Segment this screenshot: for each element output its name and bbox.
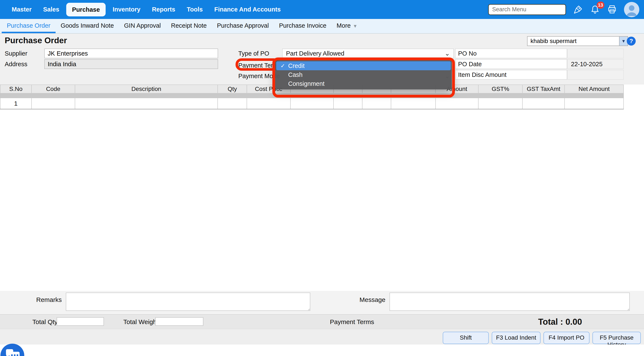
address-input bbox=[44, 59, 218, 69]
cell-cost-price[interactable] bbox=[247, 98, 291, 109]
supplier-label: Supplier bbox=[5, 48, 27, 58]
tab-purchase-approval[interactable]: Purchase Approval bbox=[212, 19, 274, 33]
message-label: Message bbox=[360, 296, 386, 304]
check-icon: ✓ bbox=[280, 62, 288, 69]
menu-option-label: Credit bbox=[288, 62, 304, 70]
type-of-po-value: Part Delivery Allowed bbox=[286, 50, 344, 57]
cell-hidden-3[interactable] bbox=[362, 98, 391, 109]
po-date-value: 22-10-2025 bbox=[567, 59, 624, 69]
table-filter-row bbox=[0, 93, 624, 98]
address-label: Address bbox=[5, 59, 27, 69]
col-gst-pct: GST% bbox=[478, 85, 522, 93]
cell-amount[interactable] bbox=[436, 98, 479, 109]
cell-code[interactable] bbox=[32, 98, 75, 109]
store-selector-input[interactable] bbox=[527, 36, 620, 46]
menu-option-label: Cash bbox=[288, 71, 302, 78]
footer-spacer bbox=[0, 344, 644, 356]
cell-hidden-1[interactable] bbox=[291, 98, 334, 109]
table-bottom-border bbox=[0, 109, 624, 110]
menu-option-cash[interactable]: Cash bbox=[276, 70, 451, 79]
actions-bar: Shift F3 Load Indent F4 Import PO F5 Pur… bbox=[0, 329, 644, 344]
notification-badge: 13 bbox=[597, 2, 604, 9]
f5-purchase-history-button[interactable]: F5 Purchase History bbox=[592, 332, 641, 344]
col-net-amount: Net Amount bbox=[565, 85, 624, 93]
po-no-value bbox=[567, 48, 624, 58]
total-weight-label: Total Weight bbox=[123, 318, 158, 326]
total-qty-label: Total Qty bbox=[32, 318, 58, 326]
nav-item-inventory[interactable]: Inventory bbox=[107, 0, 146, 19]
nav-right-controls: 13 bbox=[488, 2, 644, 17]
shift-button[interactable]: Shift bbox=[443, 332, 489, 344]
total-qty-input[interactable] bbox=[57, 317, 104, 326]
type-of-po-label: Type of PO bbox=[238, 48, 269, 58]
cell-hidden-4[interactable] bbox=[391, 98, 436, 109]
tab-more[interactable]: More▼ bbox=[332, 19, 363, 33]
supplier-input[interactable] bbox=[44, 48, 218, 58]
payment-terms-footer-label: Payment Terms bbox=[330, 318, 374, 326]
cell-gst-taxamt[interactable] bbox=[522, 98, 565, 109]
printer-icon[interactable] bbox=[607, 4, 617, 15]
user-avatar[interactable] bbox=[624, 2, 639, 17]
remarks-textarea[interactable] bbox=[66, 292, 310, 311]
chat-bubble-front bbox=[10, 352, 20, 356]
f3-load-indent-button[interactable]: F3 Load Indent bbox=[492, 332, 540, 344]
nav-item-tools[interactable]: Tools bbox=[181, 0, 208, 19]
bell-icon[interactable]: 13 bbox=[590, 4, 600, 15]
tab-purchase-order[interactable]: Purchase Order bbox=[2, 19, 56, 33]
cell-hidden-2[interactable] bbox=[334, 98, 362, 109]
tab-receipt-note[interactable]: Receipt Note bbox=[166, 19, 212, 33]
payment-terms-dropdown-menu: ✓ Credit Cash Consignment bbox=[275, 60, 452, 90]
po-no-label: PO No bbox=[455, 48, 567, 58]
cell-description[interactable] bbox=[75, 98, 218, 109]
chevron-down-icon: ⌄ bbox=[445, 50, 450, 57]
col-code: Code bbox=[32, 85, 75, 93]
menu-option-credit[interactable]: ✓ Credit bbox=[276, 61, 451, 70]
total-weight-input[interactable] bbox=[155, 317, 204, 326]
search-input[interactable] bbox=[488, 4, 566, 15]
tab-more-label: More bbox=[337, 22, 351, 29]
cell-qty[interactable] bbox=[218, 98, 247, 109]
purchase-tab-bar: Purchase Order Goods Inward Note GIN App… bbox=[0, 19, 644, 33]
nav-item-master[interactable]: Master bbox=[6, 0, 38, 19]
grand-total: Total : 0.00 bbox=[538, 315, 582, 329]
f4-import-po-button[interactable]: F4 Import PO bbox=[544, 332, 590, 344]
menu-option-label: Consignment bbox=[288, 80, 324, 87]
page-title: Purchase Order bbox=[5, 36, 67, 45]
type-of-po-select[interactable]: Part Delivery Allowed ⌄ bbox=[282, 48, 454, 58]
payment-mode-label: Payment Mode bbox=[238, 71, 280, 81]
cell-net-amount[interactable] bbox=[565, 98, 624, 109]
tab-goods-inward-note[interactable]: Goods Inward Note bbox=[56, 19, 119, 33]
payment-terms-label: Payment Terms bbox=[238, 60, 281, 70]
chevron-down-icon: ▼ bbox=[353, 24, 358, 29]
tab-gin-approval[interactable]: GIN Approval bbox=[119, 19, 166, 33]
col-qty: Qty bbox=[218, 85, 247, 93]
nav-item-sales[interactable]: Sales bbox=[38, 0, 65, 19]
remarks-label: Remarks bbox=[36, 296, 62, 304]
message-textarea[interactable] bbox=[390, 292, 630, 311]
item-disc-amount-label: Item Disc Amount bbox=[455, 70, 567, 80]
totals-bar: Total Qty Total Weight Payment Terms Tot… bbox=[0, 314, 644, 329]
nav-item-reports[interactable]: Reports bbox=[146, 0, 181, 19]
brush-icon[interactable] bbox=[573, 4, 583, 15]
item-disc-amount-value bbox=[567, 70, 624, 80]
po-date-label: PO Date bbox=[455, 59, 567, 69]
col-description: Description bbox=[75, 85, 218, 93]
help-icon[interactable]: ? bbox=[627, 36, 636, 46]
remarks-section: Remarks Message bbox=[0, 291, 644, 314]
main-menu: Master Sales Purchase Inventory Reports … bbox=[0, 0, 286, 19]
col-gst-taxamt: GST TaxAmt bbox=[522, 85, 565, 93]
top-nav: Master Sales Purchase Inventory Reports … bbox=[0, 0, 644, 19]
cell-sno: 1 bbox=[0, 98, 32, 109]
table-row: 1 bbox=[0, 98, 624, 109]
nav-item-purchase[interactable]: Purchase bbox=[66, 3, 106, 16]
store-selector: ▼ bbox=[527, 36, 628, 46]
cell-gst-pct[interactable] bbox=[478, 98, 522, 109]
tab-purchase-invoice[interactable]: Purchase Invoice bbox=[274, 19, 331, 33]
nav-item-finance[interactable]: Finance And Accounts bbox=[208, 0, 286, 19]
col-sno: S.No bbox=[0, 85, 32, 93]
menu-option-consignment[interactable]: Consignment bbox=[276, 79, 451, 88]
